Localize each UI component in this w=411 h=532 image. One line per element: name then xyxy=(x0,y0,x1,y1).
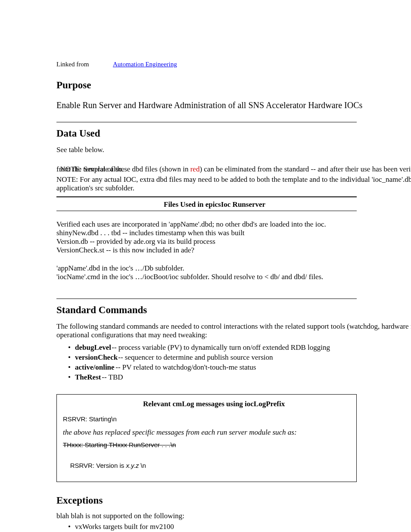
bullet: • xyxy=(68,373,71,382)
page-subtitle: Enable Run Server and Hardware Administr… xyxy=(56,100,362,110)
codebox-header: Relevant cmLog messages using iocLogPref… xyxy=(143,400,285,408)
linked-from-label: Linked from xyxy=(56,60,90,68)
code-box: Relevant cmLog messages using iocLogPref… xyxy=(56,394,357,482)
list-term: versionCheck xyxy=(75,353,118,362)
list-term: active/online xyxy=(75,363,115,372)
text-note-1b: from the template also. xyxy=(56,165,124,174)
list-desc: -- TBD xyxy=(100,373,123,382)
code-line: RSRVR: Version is x.y.z \n xyxy=(63,454,146,477)
list-desc: -- process variable (PV) to dynamically … xyxy=(110,343,330,352)
text-line: VersionCheck.st -- is this now included … xyxy=(56,246,194,255)
text-line: shinyNew.dbd . . . tbd -- includes times… xyxy=(56,229,245,237)
text-line: See table below. xyxy=(56,146,104,154)
divider xyxy=(56,122,357,122)
section-heading-data-used: Data Used xyxy=(56,128,100,140)
bullet: • xyxy=(68,363,71,372)
divider xyxy=(56,299,357,299)
code-line-struck: THxxx: Starting THxxx RunServer . . .\n xyxy=(63,441,176,449)
text-line: 'appName'.dbd in the ioc's …/Db subfolde… xyxy=(56,264,184,273)
list-term: TheRest xyxy=(75,373,101,382)
list-desc: -- PV related to watchdog/don't-touch-me… xyxy=(114,363,256,372)
list-term: debugLevel xyxy=(75,343,111,352)
bullet: • xyxy=(68,343,71,352)
section-heading-exceptions: Exceptions xyxy=(56,495,103,507)
automation-engineering-link[interactable]: Automation Engineering xyxy=(113,60,177,68)
table-bottom-border xyxy=(56,211,357,211)
text-note-2b: application's src subfolder. xyxy=(56,184,134,193)
text-line: 'iocName'.cmd in the ioc's …/iocBoot/ioc… xyxy=(56,273,323,281)
list-item: vxWorks targets built for mv2100 xyxy=(75,523,174,531)
table-top-border xyxy=(56,196,357,197)
code-comment: the above has replaced specific messages… xyxy=(63,428,297,437)
section-heading-standard-commands: Standard Commands xyxy=(56,304,147,316)
list-desc: -- sequencer to determine and publish so… xyxy=(116,353,273,362)
page-title: Purpose xyxy=(56,79,91,91)
text-line: Version.db -- provided by ade.org via it… xyxy=(56,237,215,246)
text-line: The following standard commands are need… xyxy=(56,322,411,331)
text-note-2a: NOTE: For any actual IOC, extra dbd file… xyxy=(56,175,411,184)
text-line: blah blah is not supported on the follow… xyxy=(56,512,184,520)
red-text: red xyxy=(190,165,200,173)
text-line: Verified each uses are incorporated in '… xyxy=(56,220,326,229)
code-line: RSRVR: Starting\n xyxy=(63,415,117,423)
bullet: • xyxy=(68,523,71,531)
text-line: operational configurations that may need… xyxy=(56,331,207,339)
table-header: Files Used in epicsIoc Runserver xyxy=(164,200,265,209)
bullet: • xyxy=(68,353,71,362)
